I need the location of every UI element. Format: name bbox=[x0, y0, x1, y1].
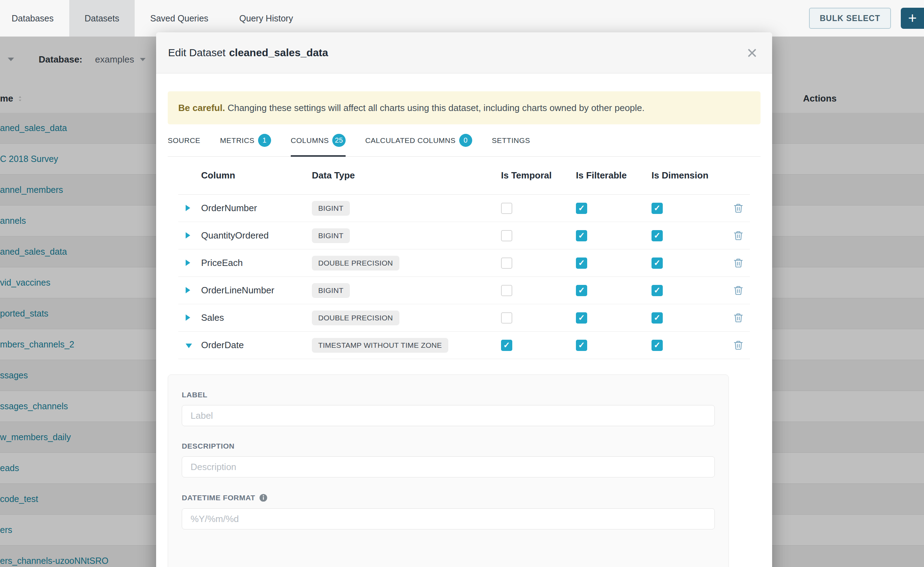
is-temporal-header: Is Temporal bbox=[501, 170, 576, 181]
is-dimension-header: Is Dimension bbox=[652, 170, 727, 181]
label-field-label: LABEL bbox=[182, 391, 715, 399]
modal-title: Edit Datasetcleaned_sales_data bbox=[168, 47, 328, 58]
is-filterable-checkbox[interactable]: ✓ bbox=[576, 258, 587, 269]
tab-metrics[interactable]: METRICS1 bbox=[220, 124, 271, 156]
tab-badge: 25 bbox=[332, 134, 345, 147]
column-row: OrderNumberBIGINT✓✓ bbox=[178, 195, 750, 222]
data-type-pill: TIMESTAMP WITHOUT TIME ZONE bbox=[312, 338, 448, 353]
label-input[interactable] bbox=[182, 405, 715, 426]
nav-tab-query-history[interactable]: Query History bbox=[224, 0, 309, 36]
expand-caret-icon[interactable] bbox=[186, 287, 190, 293]
close-icon[interactable]: × bbox=[747, 44, 757, 62]
warning-text: Changing these settings will affect all … bbox=[225, 103, 644, 113]
is-dimension-checkbox[interactable]: ✓ bbox=[652, 285, 663, 296]
description-field-label: DESCRIPTION bbox=[182, 442, 715, 450]
tab-badge: 1 bbox=[258, 134, 271, 147]
is-temporal-checkbox[interactable] bbox=[501, 203, 512, 214]
tab-label: CALCULATED COLUMNS bbox=[365, 136, 456, 145]
data-type-pill: BIGINT bbox=[312, 228, 350, 243]
column-row: OrderDateTIMESTAMP WITHOUT TIME ZONE✓✓✓ bbox=[178, 332, 750, 359]
top-nav: DatabasesDatasetsSaved QueriesQuery Hist… bbox=[0, 0, 924, 36]
tab-source[interactable]: SOURCE bbox=[168, 124, 200, 156]
edit-dataset-modal: Edit Datasetcleaned_sales_data × Be care… bbox=[156, 32, 772, 567]
tab-label: COLUMNS bbox=[291, 136, 329, 145]
datetime-format-input[interactable] bbox=[182, 508, 715, 530]
column-detail-panel: LABEL DESCRIPTION DATETIME FORMAT bbox=[168, 375, 729, 567]
delete-column-icon[interactable] bbox=[733, 230, 744, 242]
column-header: Column bbox=[201, 170, 312, 181]
expand-caret-icon[interactable] bbox=[186, 260, 190, 266]
label-field-label-text: LABEL bbox=[182, 391, 208, 399]
column-name: QuantityOrdered bbox=[201, 230, 312, 241]
expand-caret-icon[interactable] bbox=[186, 205, 190, 211]
warning-banner: Be careful. Changing these settings will… bbox=[168, 92, 760, 124]
column-name: Sales bbox=[201, 312, 312, 323]
data-type-pill: BIGINT bbox=[312, 201, 350, 216]
is-filterable-checkbox[interactable]: ✓ bbox=[576, 340, 587, 351]
tab-label: SETTINGS bbox=[492, 136, 530, 145]
column-name: OrderLineNumber bbox=[201, 285, 312, 296]
columns-rows: OrderNumberBIGINT✓✓QuantityOrderedBIGINT… bbox=[178, 195, 750, 359]
columns-table-header: Column Data Type Is Temporal Is Filterab… bbox=[178, 157, 750, 195]
datetime-format-label-text: DATETIME FORMAT bbox=[182, 494, 255, 502]
is-filterable-checkbox[interactable]: ✓ bbox=[576, 203, 587, 214]
is-dimension-checkbox[interactable]: ✓ bbox=[652, 340, 663, 351]
nav-tab-datasets[interactable]: Datasets bbox=[69, 0, 135, 36]
columns-table: Column Data Type Is Temporal Is Filterab… bbox=[178, 157, 750, 359]
modal-title-dataset-name: cleaned_sales_data bbox=[229, 47, 328, 58]
is-filterable-checkbox[interactable]: ✓ bbox=[576, 285, 587, 296]
is-filterable-checkbox[interactable]: ✓ bbox=[576, 312, 587, 324]
description-input[interactable] bbox=[182, 456, 715, 477]
is-dimension-checkbox[interactable]: ✓ bbox=[652, 258, 663, 269]
is-dimension-checkbox[interactable]: ✓ bbox=[652, 312, 663, 324]
modal-header: Edit Datasetcleaned_sales_data × bbox=[156, 32, 772, 74]
column-row: PriceEachDOUBLE PRECISION✓✓ bbox=[178, 249, 750, 277]
modal-tabs: SOURCEMETRICS1COLUMNS25CALCULATED COLUMN… bbox=[168, 124, 760, 157]
expand-caret-icon[interactable] bbox=[186, 314, 190, 321]
tab-settings[interactable]: SETTINGS bbox=[492, 124, 530, 156]
delete-column-icon[interactable] bbox=[733, 203, 744, 214]
is-temporal-checkbox[interactable]: ✓ bbox=[501, 340, 512, 351]
data-type-pill: BIGINT bbox=[312, 283, 350, 298]
column-row: SalesDOUBLE PRECISION✓✓ bbox=[178, 304, 750, 332]
info-icon bbox=[259, 493, 268, 502]
tab-badge: 0 bbox=[459, 134, 472, 147]
is-filterable-checkbox[interactable]: ✓ bbox=[576, 230, 587, 242]
is-dimension-checkbox[interactable]: ✓ bbox=[652, 203, 663, 214]
add-button[interactable]: + bbox=[901, 8, 924, 29]
column-name: PriceEach bbox=[201, 258, 312, 268]
column-name: OrderNumber bbox=[201, 203, 312, 214]
warning-emphasis: Be careful. bbox=[178, 103, 225, 113]
is-temporal-checkbox[interactable] bbox=[501, 230, 512, 242]
bulk-select-button[interactable]: BULK SELECT bbox=[809, 8, 891, 29]
nav-tab-saved-queries[interactable]: Saved Queries bbox=[135, 0, 224, 36]
data-type-header: Data Type bbox=[312, 170, 501, 181]
is-temporal-checkbox[interactable] bbox=[501, 285, 512, 296]
column-name: OrderDate bbox=[201, 340, 312, 351]
column-row: QuantityOrderedBIGINT✓✓ bbox=[178, 222, 750, 249]
nav-tabs: DatabasesDatasetsSaved QueriesQuery Hist… bbox=[0, 0, 309, 36]
tab-label: METRICS bbox=[220, 136, 254, 145]
is-filterable-header: Is Filterable bbox=[576, 170, 652, 181]
datetime-format-label: DATETIME FORMAT bbox=[182, 493, 715, 502]
modal-title-prefix: Edit Dataset bbox=[168, 47, 226, 58]
data-type-pill: DOUBLE PRECISION bbox=[312, 310, 399, 325]
delete-column-icon[interactable] bbox=[733, 340, 744, 351]
delete-column-icon[interactable] bbox=[733, 312, 744, 324]
description-field-label-text: DESCRIPTION bbox=[182, 442, 235, 450]
is-dimension-checkbox[interactable]: ✓ bbox=[652, 230, 663, 242]
tab-columns[interactable]: COLUMNS25 bbox=[291, 124, 346, 156]
is-temporal-checkbox[interactable] bbox=[501, 312, 512, 324]
tab-calculated-columns[interactable]: CALCULATED COLUMNS0 bbox=[365, 124, 472, 156]
delete-column-icon[interactable] bbox=[733, 285, 744, 296]
delete-column-icon[interactable] bbox=[733, 258, 744, 269]
collapse-caret-icon[interactable] bbox=[186, 344, 192, 348]
tab-label: SOURCE bbox=[168, 136, 200, 145]
is-temporal-checkbox[interactable] bbox=[501, 258, 512, 269]
expand-caret-icon[interactable] bbox=[186, 232, 190, 238]
column-row: OrderLineNumberBIGINT✓✓ bbox=[178, 277, 750, 304]
data-type-pill: DOUBLE PRECISION bbox=[312, 256, 399, 270]
nav-tab-databases[interactable]: Databases bbox=[0, 0, 69, 36]
modal-body: Be careful. Changing these settings will… bbox=[156, 92, 772, 567]
